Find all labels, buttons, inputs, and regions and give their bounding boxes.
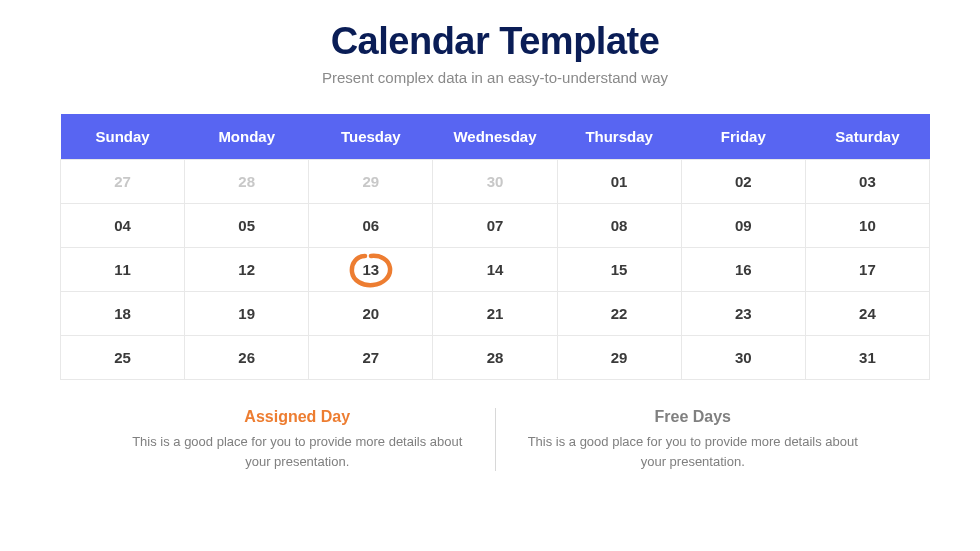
calendar-date: 08 [611, 217, 628, 234]
calendar-header-row: Sunday Monday Tuesday Wednesday Thursday… [61, 114, 930, 160]
calendar-cell: 01 [557, 160, 681, 204]
calendar-cell: 11 [61, 248, 185, 292]
calendar-cell: 12 [185, 248, 309, 292]
calendar-date: 23 [735, 305, 752, 322]
calendar-cell: 30 [681, 336, 805, 380]
calendar-cell: 14 [433, 248, 557, 292]
calendar-date: 03 [859, 173, 876, 190]
calendar-date: 19 [238, 305, 255, 322]
calendar-date: 27 [114, 173, 131, 190]
calendar-cell: 17 [805, 248, 929, 292]
free-days-text: This is a good place for you to provide … [526, 432, 861, 471]
calendar-date: 02 [735, 173, 752, 190]
calendar-cell: 22 [557, 292, 681, 336]
calendar-cell: 25 [61, 336, 185, 380]
calendar-date: 16 [735, 261, 752, 278]
assigned-day-block: Assigned Day This is a good place for yo… [100, 408, 496, 471]
calendar-cell: 29 [557, 336, 681, 380]
calendar-date: 18 [114, 305, 131, 322]
calendar-cell: 31 [805, 336, 929, 380]
calendar-date: 22 [611, 305, 628, 322]
calendar-date: 11 [114, 261, 131, 278]
calendar-cell: 09 [681, 204, 805, 248]
calendar-date: 14 [487, 261, 504, 278]
calendar-table: Sunday Monday Tuesday Wednesday Thursday… [60, 114, 930, 380]
day-header: Thursday [557, 114, 681, 160]
calendar-date: 06 [363, 217, 380, 234]
calendar-date: 07 [487, 217, 504, 234]
calendar-date: 28 [238, 173, 255, 190]
calendar-cell: 27 [309, 336, 433, 380]
free-days-title: Free Days [526, 408, 861, 426]
calendar-cell: 18 [61, 292, 185, 336]
calendar-cell: 05 [185, 204, 309, 248]
calendar-cell: 16 [681, 248, 805, 292]
calendar-cell: 23 [681, 292, 805, 336]
calendar-row: 27282930010203 [61, 160, 930, 204]
calendar-cell: 08 [557, 204, 681, 248]
footer-section: Assigned Day This is a good place for yo… [60, 408, 930, 471]
calendar-cell: 20 [309, 292, 433, 336]
calendar-date: 20 [363, 305, 380, 322]
calendar-cell: 10 [805, 204, 929, 248]
calendar-date: 12 [238, 261, 255, 278]
calendar-date: 25 [114, 349, 131, 366]
calendar-date: 24 [859, 305, 876, 322]
calendar-date: 29 [611, 349, 628, 366]
calendar-date: 04 [114, 217, 131, 234]
calendar-date: 26 [238, 349, 255, 366]
day-header: Saturday [805, 114, 929, 160]
calendar-cell: 29 [309, 160, 433, 204]
calendar-date: 13 [363, 261, 380, 278]
calendar-date: 15 [611, 261, 628, 278]
day-header: Tuesday [309, 114, 433, 160]
calendar-cell: 21 [433, 292, 557, 336]
free-days-block: Free Days This is a good place for you t… [496, 408, 891, 471]
calendar-cell: 28 [185, 160, 309, 204]
calendar-row: 18192021222324 [61, 292, 930, 336]
calendar-cell: 06 [309, 204, 433, 248]
calendar-cell: 04 [61, 204, 185, 248]
calendar-row: 04050607080910 [61, 204, 930, 248]
calendar-cell: 28 [433, 336, 557, 380]
calendar-date: 28 [487, 349, 504, 366]
calendar-cell: 26 [185, 336, 309, 380]
calendar-date: 05 [238, 217, 255, 234]
day-header: Sunday [61, 114, 185, 160]
calendar-date: 21 [487, 305, 504, 322]
calendar-cell: 03 [805, 160, 929, 204]
assigned-day-text: This is a good place for you to provide … [130, 432, 465, 471]
calendar-cell: 27 [61, 160, 185, 204]
calendar-cell: 02 [681, 160, 805, 204]
calendar-date: 30 [487, 173, 504, 190]
calendar-date: 31 [859, 349, 876, 366]
calendar-cell: 07 [433, 204, 557, 248]
slide-container: Calendar Template Present complex data i… [0, 0, 980, 471]
calendar-cell: 15 [557, 248, 681, 292]
day-header: Wednesday [433, 114, 557, 160]
calendar-cell: 30 [433, 160, 557, 204]
calendar-cell: 19 [185, 292, 309, 336]
calendar-date: 29 [363, 173, 380, 190]
calendar-date: 09 [735, 217, 752, 234]
day-header: Friday [681, 114, 805, 160]
calendar-date: 01 [611, 173, 628, 190]
calendar-row: 25262728293031 [61, 336, 930, 380]
calendar-date: 27 [363, 349, 380, 366]
page-title: Calendar Template [60, 20, 930, 63]
calendar-cell: 13 [309, 248, 433, 292]
calendar-date: 10 [859, 217, 876, 234]
calendar-date: 17 [859, 261, 876, 278]
day-header: Monday [185, 114, 309, 160]
calendar-body: 2728293001020304050607080910111213141516… [61, 160, 930, 380]
page-subtitle: Present complex data in an easy-to-under… [60, 69, 930, 86]
assigned-day-title: Assigned Day [130, 408, 465, 426]
calendar-cell: 24 [805, 292, 929, 336]
calendar-date: 30 [735, 349, 752, 366]
calendar-row: 11121314151617 [61, 248, 930, 292]
